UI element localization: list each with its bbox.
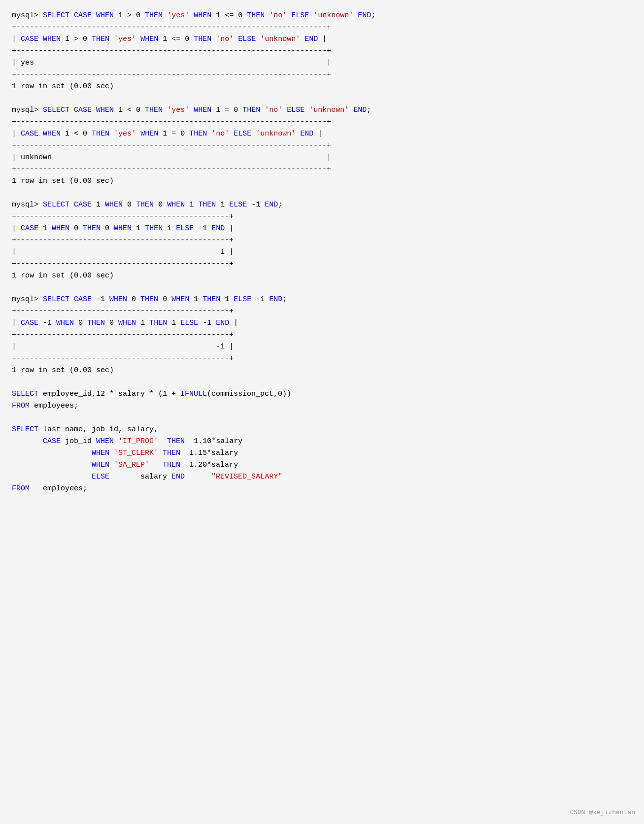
watermark: CSDN @kejizhentan bbox=[570, 808, 635, 818]
code-block-1: SELECT employee_id,12 * salary * (1 + IF… bbox=[12, 388, 632, 412]
query-block-1: mysql> SELECT CASE WHEN 1 > 0 THEN 'yes'… bbox=[12, 10, 632, 93]
border-2b: +---------------------------------------… bbox=[12, 140, 632, 152]
query-block-4: mysql> SELECT CASE -1 WHEN 0 THEN 0 WHEN… bbox=[12, 294, 632, 377]
query-block-2: mysql> SELECT CASE WHEN 1 < 0 THEN 'yes'… bbox=[12, 104, 632, 187]
border-3b: +---------------------------------------… bbox=[12, 235, 632, 246]
data-1: | yes | bbox=[12, 57, 632, 69]
code-line-6: WHEN 'SA_REP' THEN 1.20*salary bbox=[12, 459, 632, 471]
code-line-5: WHEN 'ST_CLERK' THEN 1.15*salary bbox=[12, 447, 632, 459]
data-2: | unknown | bbox=[12, 152, 632, 164]
code-line-3: SELECT last_name, job_id, salary, bbox=[12, 424, 632, 436]
border-4c: +---------------------------------------… bbox=[12, 353, 632, 365]
header-4: | CASE -1 WHEN 0 THEN 0 WHEN 1 THEN 1 EL… bbox=[12, 317, 632, 329]
info-2: 1 row in set (0.00 sec) bbox=[12, 175, 632, 187]
code-line-7: ELSE salary END "REVISED_SALARY" bbox=[12, 471, 632, 483]
code-line-4: CASE job_id WHEN 'IT_PROG' THEN 1.10*sal… bbox=[12, 436, 632, 447]
command-line-1: mysql> SELECT CASE WHEN 1 > 0 THEN 'yes'… bbox=[12, 10, 632, 22]
code-line-8: FROM employees; bbox=[12, 483, 632, 495]
code-line-2: FROM employees; bbox=[12, 400, 632, 412]
data-3: | 1 | bbox=[12, 246, 632, 258]
border-1b: +---------------------------------------… bbox=[12, 45, 632, 57]
border-2c: +---------------------------------------… bbox=[12, 164, 632, 175]
command-line-4: mysql> SELECT CASE -1 WHEN 0 THEN 0 WHEN… bbox=[12, 294, 632, 306]
header-3: | CASE 1 WHEN 0 THEN 0 WHEN 1 THEN 1 ELS… bbox=[12, 223, 632, 235]
header-2: | CASE WHEN 1 < 0 THEN 'yes' WHEN 1 = 0 … bbox=[12, 128, 632, 140]
border-2a: +---------------------------------------… bbox=[12, 116, 632, 128]
info-1: 1 row in set (0.00 sec) bbox=[12, 81, 632, 93]
command-line-3: mysql> SELECT CASE 1 WHEN 0 THEN 0 WHEN … bbox=[12, 199, 632, 211]
data-4: | -1 | bbox=[12, 341, 632, 353]
border-3c: +---------------------------------------… bbox=[12, 258, 632, 270]
query-block-3: mysql> SELECT CASE 1 WHEN 0 THEN 0 WHEN … bbox=[12, 199, 632, 282]
border-1a: +---------------------------------------… bbox=[12, 22, 632, 34]
code-block-2: SELECT last_name, job_id, salary, CASE j… bbox=[12, 424, 632, 495]
code-line-1: SELECT employee_id,12 * salary * (1 + IF… bbox=[12, 388, 632, 400]
border-4b: +---------------------------------------… bbox=[12, 329, 632, 341]
info-4: 1 row in set (0.00 sec) bbox=[12, 365, 632, 377]
info-3: 1 row in set (0.00 sec) bbox=[12, 270, 632, 282]
border-4a: +---------------------------------------… bbox=[12, 306, 632, 317]
border-1c: +---------------------------------------… bbox=[12, 69, 632, 81]
border-3a: +---------------------------------------… bbox=[12, 211, 632, 223]
command-line-2: mysql> SELECT CASE WHEN 1 < 0 THEN 'yes'… bbox=[12, 104, 632, 116]
header-1: | CASE WHEN 1 > 0 THEN 'yes' WHEN 1 <= 0… bbox=[12, 34, 632, 45]
terminal-window: mysql> SELECT CASE WHEN 1 > 0 THEN 'yes'… bbox=[0, 0, 644, 824]
